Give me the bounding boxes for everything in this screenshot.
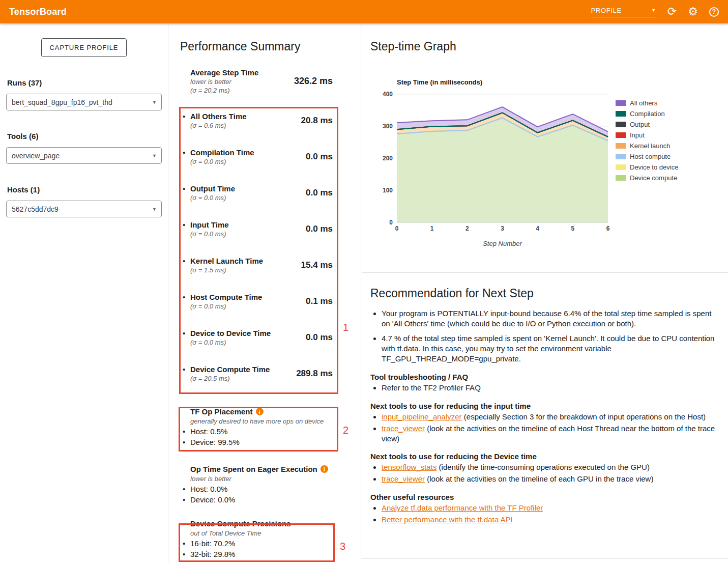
metric-sigma: (σ = 0.0 ms) [190,302,262,310]
runs-select[interactable]: bert_squad_8gpu_fp16_pvt_thd ▼ [6,94,162,110]
list-item: Better performance with the tf.data API [382,515,721,525]
item-text: Refer to the TF2 Profiler FAQ [382,383,481,392]
list-item: trace_viewer (look at the activities on … [382,424,721,444]
bullet-icon [183,427,190,436]
section-divider [362,272,728,273]
legend-item: Kernel launch [616,140,678,151]
legend-label: Compilation [630,110,665,118]
metric-value: 0.0 ms [306,224,333,249]
tensorflow-stats-link[interactable]: tensorflow_stats [382,463,436,471]
metric-note: out of Total Device Time [183,529,340,537]
metric-label: Average Step Time [190,68,258,77]
metric-note: lower is better [190,78,258,86]
bullet-icon [183,495,190,504]
metric-value: 0.1 ms [306,296,333,322]
tfdata-performance-link[interactable]: Analyze tf.data performance with the TF … [382,503,543,512]
rec-section-input-time: Next tools to use for reducing the input… [370,402,721,444]
metric-label: All Others Time [190,112,247,121]
metric-label: Device to Device Time [190,329,271,337]
metric-value: 326.2 ms [294,76,333,105]
list-item: Host: 0.0% [183,485,340,493]
legend-item: Input [616,130,678,140]
metric-value: 0.0 ms [306,188,333,213]
trace-viewer-link[interactable]: trace_viewer [382,474,425,483]
list-item: input_pipeline_analyzer (especially Sect… [382,412,721,422]
chevron-down-icon: ▼ [152,207,157,212]
legend-label: Device compute [630,174,677,182]
legend-label: Output [630,121,650,128]
legend-item: Compilation [616,108,678,119]
svg-text:Step Number: Step Number [483,240,522,247]
legend-item: Device to device [616,162,678,173]
annotation-number-3: 3 [340,541,345,552]
chevron-down-icon: ▼ [152,100,157,105]
chart-legend: All othersCompilationOutputInputKernel l… [616,98,678,183]
svg-text:4: 4 [536,225,539,232]
bullet-icon [183,329,190,358]
metric-sigma: (σ = 0.0 ms) [190,158,254,165]
svg-text:2: 2 [465,225,469,232]
info-icon[interactable]: i [321,465,328,473]
rec-section-resources: Other useful resources Analyze tf.data p… [370,493,721,525]
bottom-divider [362,558,728,559]
step-time-chart-svg: Step Time (in milliseconds)0100200300400… [377,76,631,252]
legend-item: Device compute [616,173,678,183]
legend-swatch [616,100,626,106]
chevron-down-icon: ▼ [651,8,656,13]
metric-note: generally desired to have more ops on de… [183,417,340,425]
tfdata-api-link[interactable]: Better performance with the tf.data API [382,515,513,524]
help-icon[interactable]: ? [709,7,719,17]
dashboard-select[interactable]: PROFILE ▼ [591,7,656,17]
capture-profile-button[interactable]: CAPTURE PROFILE [41,38,127,57]
bullet-icon [183,257,190,286]
svg-text:300: 300 [383,123,393,130]
annotation-number-1: 1 [343,322,348,333]
refresh-icon[interactable]: ⟳ [667,6,677,17]
legend-swatch [616,164,626,170]
list-item: tensorflow_stats (identify the time-cons… [382,462,721,472]
metric-list: All Others Time (σ = 0.6 ms) 20.8 ms Com… [168,105,361,394]
metric-value: 20.8 ms [301,116,333,141]
app-header: TensorBoard PROFILE ▼ ⟳ ⚙ ? [0,0,728,23]
appbar-actions: PROFILE ▼ ⟳ ⚙ ? [591,6,719,17]
tools-select[interactable]: overview_page ▼ [6,147,162,164]
metric-value: Host: 0.0% [190,485,227,493]
metric-label: Input Time [190,220,229,229]
trace-viewer-link[interactable]: trace_viewer [382,424,425,433]
device-precisions-block: Device Compute Precisions out of Total D… [168,519,361,558]
recommendation-section: Recommendation for Next Step Your progra… [370,287,721,526]
tools-label: Tools (6) [7,132,161,140]
gear-icon[interactable]: ⚙ [688,6,698,17]
step-time-chart: Step Time (in milliseconds)0100200300400… [377,76,631,252]
metric-sigma: (σ = 0.6 ms) [190,122,247,129]
metric-label: TF Op Placement [190,407,253,416]
bullet-icon [183,112,190,141]
average-step-time-row: Average Step Time lower is better (σ = 2… [190,68,333,105]
hosts-select-value: 5627c5dd7dc9 [12,205,59,213]
legend-item: Output [616,119,678,130]
list-item: Analyze tf.data performance with the TF … [382,503,721,513]
list-item: Device: 99.5% [183,438,340,446]
metric-label: Output Time [190,184,235,193]
metric-row: Device to Device Time (σ = 0.0 ms) 0.0 m… [168,322,361,358]
input-pipeline-analyzer-link[interactable]: input_pipeline_analyzer [382,412,462,421]
section-heading: Next tools to use for reducing the input… [370,402,721,410]
legend-label: Host compute [630,153,671,160]
dashboard-select-value: PROFILE [591,7,622,14]
section-heading: Tool troubleshooting / FAQ [370,373,721,381]
legend-item: Host compute [616,151,678,162]
metric-sigma: (σ = 0.0 ms) [190,194,235,202]
info-icon[interactable]: i [256,408,264,415]
hosts-select[interactable]: 5627c5dd7dc9 ▼ [6,201,162,217]
legend-swatch [616,132,626,138]
legend-swatch [616,154,626,159]
metric-sigma: (σ = 20.2 ms) [190,87,258,94]
list-item: Device: 0.0% [183,495,340,504]
performance-summary-title: Performance Summary [180,40,361,55]
app-title: TensorBoard [9,7,67,17]
list-item: Host: 0.5% [183,427,340,436]
bullet-icon [183,485,190,493]
bullet-icon [183,539,190,548]
legend-swatch [616,111,626,117]
metric-value: 16-bit: 70.2% [190,539,235,548]
